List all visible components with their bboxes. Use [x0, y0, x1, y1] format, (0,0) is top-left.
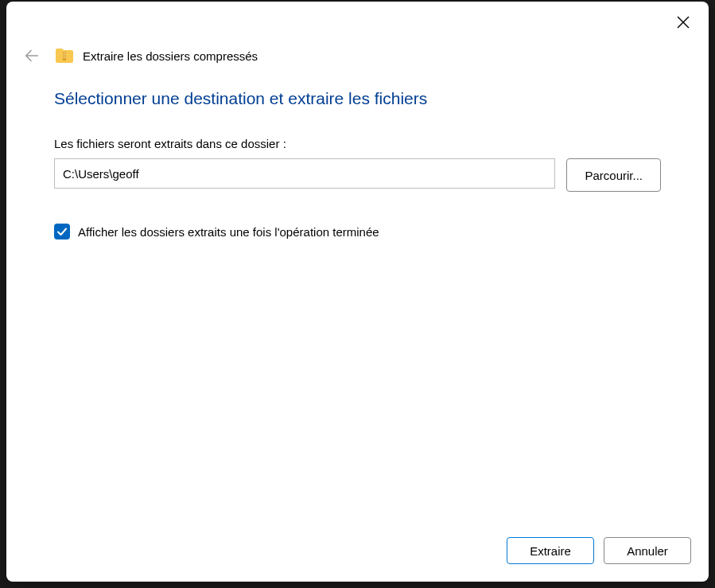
show-extracted-label[interactable]: Afficher les dossiers extraits une fois …: [78, 225, 379, 239]
svg-rect-3: [64, 53, 66, 53]
back-button[interactable]: [22, 46, 41, 65]
dialog-header: Extraire les dossiers compressés: [6, 35, 709, 65]
show-extracted-checkbox[interactable]: [54, 224, 70, 239]
browse-button[interactable]: Parcourir...: [566, 158, 661, 192]
instruction-text: Les fichiers seront extraits dans ce dos…: [54, 137, 661, 150]
dialog-title: Extraire les dossiers compressés: [83, 49, 258, 63]
main-heading: Sélectionner une destination et extraire…: [54, 89, 661, 108]
dialog-content: Sélectionner une destination et extraire…: [6, 65, 709, 523]
svg-rect-5: [64, 56, 66, 56]
checkmark-icon: [56, 226, 68, 237]
dialog-footer: Extraire Annuler: [6, 523, 709, 582]
cancel-button[interactable]: Annuler: [604, 537, 691, 564]
zip-folder-icon: [56, 49, 73, 63]
show-extracted-row: Afficher les dossiers extraits une fois …: [54, 224, 661, 239]
close-button[interactable]: [670, 10, 696, 35]
close-icon: [677, 16, 690, 29]
extract-dialog: Extraire les dossiers compressés Sélecti…: [6, 2, 709, 582]
svg-rect-4: [64, 54, 66, 55]
svg-rect-6: [64, 57, 66, 58]
destination-path-input[interactable]: [54, 158, 555, 189]
extract-button[interactable]: Extraire: [507, 537, 594, 564]
path-row: Parcourir...: [54, 158, 661, 192]
arrow-left-icon: [23, 47, 41, 64]
